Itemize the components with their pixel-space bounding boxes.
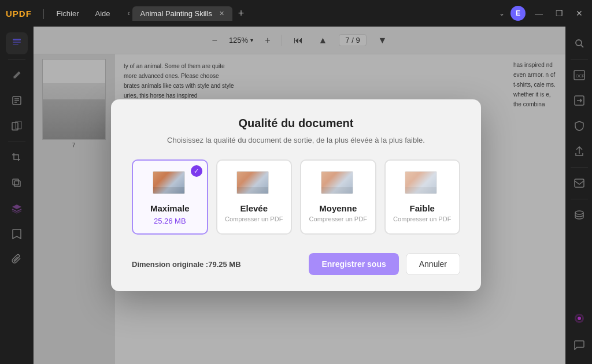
quality-option-maximale[interactable]: ✓ Maximale 25.26 MB xyxy=(132,159,208,235)
quality-icon-elevee xyxy=(236,171,271,196)
tab-dropdown-icon[interactable]: ⌄ xyxy=(499,9,505,17)
titlebar-separator: | xyxy=(42,8,45,20)
tab-bar: ‹ Animal Painting Skills ✕ + xyxy=(128,6,492,21)
modal-footer-buttons: Enregistrer sous Annuler xyxy=(309,253,460,275)
close-button[interactable]: ✕ xyxy=(572,8,586,19)
quality-options-container: ✓ Maximale 25.26 MB ✓ Elevée Compresser … xyxy=(132,159,460,235)
quality-option-faible[interactable]: ✓ Faible Compresser un PDF xyxy=(384,159,461,235)
original-size-info: Dimension originale :79.25 MB xyxy=(132,260,241,269)
quality-icon-moyenne xyxy=(321,171,356,196)
quality-sub-elevee: Compresser un PDF xyxy=(225,216,283,222)
tab-close-button[interactable]: ✕ xyxy=(219,10,224,17)
cancel-button[interactable]: Annuler xyxy=(406,253,460,275)
tab-active[interactable]: Animal Painting Skills ✕ xyxy=(132,6,232,21)
minimize-button[interactable]: — xyxy=(531,8,546,19)
modal-footer: Dimension originale :79.25 MB Enregistre… xyxy=(132,248,460,275)
quality-icon-maximale xyxy=(153,171,187,196)
check-badge-maximale: ✓ xyxy=(191,165,202,177)
quality-name-moyenne: Moyenne xyxy=(319,203,357,213)
titlebar: UPDF | Fichier Aide ‹ Animal Painting Sk… xyxy=(0,0,592,27)
tab-add-button[interactable]: + xyxy=(235,8,248,20)
modal-subtitle: Choisissez la qualité du document de sor… xyxy=(132,136,460,144)
tab-chevron-left[interactable]: ‹ xyxy=(128,9,130,17)
quality-name-maximale: Maximale xyxy=(150,203,190,213)
quality-sub-moyenne: Compresser un PDF xyxy=(309,216,367,222)
tab-title: Animal Painting Skills xyxy=(140,9,212,18)
titlebar-right: ⌄ E — ❐ ✕ xyxy=(499,6,586,21)
quality-name-elevee: Elevée xyxy=(240,203,268,213)
quality-modal: Qualité du document Choisissez la qualit… xyxy=(111,99,481,291)
save-button[interactable]: Enregistrer sous xyxy=(309,253,398,275)
quality-name-faible: Faible xyxy=(410,203,435,213)
quality-sub-faible: Compresser un PDF xyxy=(393,216,451,222)
menu-fichier[interactable]: Fichier xyxy=(52,8,84,19)
quality-size-maximale: 25.26 MB xyxy=(154,217,186,225)
menu-aide[interactable]: Aide xyxy=(91,8,115,19)
quality-option-moyenne[interactable]: ✓ Moyenne Compresser un PDF xyxy=(300,159,376,235)
app-logo: UPDF xyxy=(6,9,32,18)
user-avatar[interactable]: E xyxy=(510,6,526,21)
modal-title: Qualité du document xyxy=(132,117,460,130)
maximize-button[interactable]: ❐ xyxy=(552,8,567,19)
quality-icon-faible xyxy=(405,171,439,196)
modal-overlay[interactable]: Qualité du document Choisissez la qualit… xyxy=(0,27,592,364)
quality-option-elevee[interactable]: ✓ Elevée Compresser un PDF xyxy=(216,159,293,235)
